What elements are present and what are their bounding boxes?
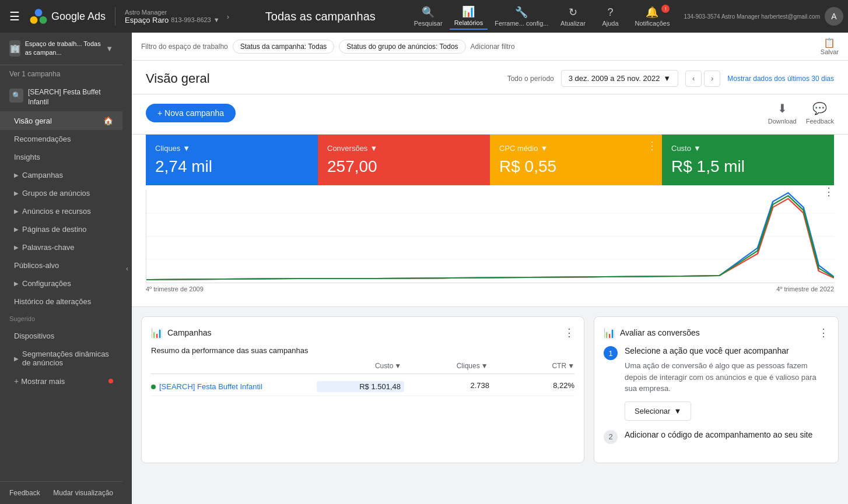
save-btn[interactable]: 📋 Salvar [821, 37, 839, 55]
sidebar-item-dynamic-segments[interactable]: ▶ Segmentações dinâmicas de anúncios [0, 345, 122, 372]
clicks-dropdown-icon[interactable]: ▼ [183, 144, 190, 153]
sidebar-campaign[interactable]: 🔍 [SEARCH] Festa Buffet Infantil [0, 83, 122, 112]
dynamic-arrow-icon: ▶ [14, 355, 19, 362]
sidebar-view-campaign[interactable]: Ver 1 campanha [0, 65, 122, 83]
show-30-days-link[interactable]: Mostrar dados dos últimos 30 dias [727, 75, 834, 83]
history-label: Histórico de alterações [14, 297, 91, 306]
reports-icon: 📊 [462, 5, 475, 18]
campaign-icon: 🔍 [9, 89, 23, 103]
avatar[interactable]: A [825, 7, 843, 26]
step1-number: 1 [604, 346, 618, 360]
conversions-panel-header: 📊 Avaliar as conversões ⋮ [604, 326, 829, 339]
cost-col-label: Custo [375, 362, 393, 370]
sidebar-item-insights[interactable]: Insights [0, 148, 122, 166]
select-action-btn[interactable]: Selecionar ▼ [625, 401, 691, 421]
sidebar-item-overview[interactable]: Visão geral 🏠 [0, 111, 122, 130]
overview-title: Visão geral [146, 71, 210, 86]
insights-label: Insights [14, 153, 40, 161]
clicks-label: Cliques ▼ [155, 144, 309, 153]
sidebar-item-audiences[interactable]: Públicos-alvo [0, 256, 122, 274]
cost-value-text: R$ 1.501,48 [359, 382, 401, 391]
campaign-status-filter[interactable]: Status da campanha: Todas [233, 40, 335, 54]
th-ctr[interactable]: CTR ▼ [493, 362, 574, 370]
download-btn[interactable]: ⬇ Download [768, 101, 797, 125]
conversions-more-icon[interactable]: ⋮ [818, 326, 829, 339]
prev-arrow-btn[interactable]: ‹ [685, 71, 702, 87]
google-ads-logo-icon [29, 7, 48, 26]
th-clicks[interactable]: Cliques ▼ [406, 362, 488, 370]
cpc-value: R$ 0,55 [499, 157, 653, 176]
svg-point-2 [35, 9, 43, 16]
notification-badge: ! [661, 5, 670, 13]
td-campaign-name[interactable]: [SEARCH] Festa Buffet Infantil [151, 381, 312, 392]
sidebar-item-history[interactable]: Histórico de alterações [0, 292, 122, 311]
metric-cpc: CPC médio ▼ R$ 0,55 ⋮ [490, 135, 662, 185]
sidebar-account[interactable]: 🏢 Espaço de trabalh... Todas as campan..… [0, 33, 122, 65]
keywords-arrow-icon: ▶ [14, 244, 19, 251]
refresh-icon: ↻ [569, 6, 577, 19]
sidebar-feedback-btn[interactable]: Feedback [9, 489, 40, 497]
td-cost: R$ 1.501,48 [317, 381, 404, 392]
reports-label: Relatórios [454, 19, 483, 26]
notifications-icon: 🔔 [646, 6, 658, 19]
menu-icon[interactable]: ☰ [5, 5, 24, 28]
campaign-status-dot [151, 385, 156, 389]
account-dropdown-icon[interactable]: ▼ [213, 16, 220, 23]
sidebar-item-ad-groups[interactable]: ▶ Grupos de anúncios [0, 184, 122, 202]
next-arrow-btn[interactable]: › [704, 71, 720, 87]
cost-dropdown-icon[interactable]: ▼ [693, 144, 701, 153]
sidebar-show-more[interactable]: + Mostrar mais [0, 372, 122, 390]
chart-wrapper: ⋮ [146, 190, 834, 292]
feedback-btn[interactable]: 💬 Feedback [806, 101, 834, 125]
notification-dot [108, 379, 113, 383]
nav-actions: 🔍 Pesquisar 📊 Relatórios 🔧 Ferrame... co… [409, 3, 675, 30]
campaign-name-text: [SEARCH] Festa Buffet Infantil [159, 382, 262, 391]
campaigns-panel-title: Campanhas [167, 328, 212, 337]
content-area: Filtro do espaço de trabalho Status da c… [132, 33, 848, 504]
sidebar-item-settings[interactable]: ▶ Configurações [0, 274, 122, 292]
clicks-value: 2,74 mil [155, 157, 309, 176]
nav-notifications-btn[interactable]: 🔔 ! Notificações [630, 3, 674, 29]
metric-cost: Custo ▼ R$ 1,5 mil [662, 135, 834, 185]
ctr-sort-icon: ▼ [567, 362, 574, 370]
section-label: Sugerido [0, 311, 122, 327]
th-cost[interactable]: Custo ▼ [320, 362, 401, 370]
collapse-sidebar-btn[interactable]: ‹ [122, 33, 132, 504]
nav-refresh-btn[interactable]: ↻ Atualizar [555, 3, 590, 29]
workspace-dropdown-icon[interactable]: ▼ [106, 44, 113, 53]
sidebar-change-view-btn[interactable]: Mudar visualização [53, 489, 113, 497]
new-campaign-btn[interactable]: + Nova campanha [146, 104, 236, 122]
nav-reports-btn[interactable]: 📊 Relatórios [450, 3, 488, 30]
account-right-info: 134-903-3574 Astro Manager harbertest@gm… [684, 13, 820, 20]
campaigns-more-icon[interactable]: ⋮ [564, 326, 574, 339]
clicks-sort-icon: ▼ [481, 362, 488, 370]
settings-label: Configurações [22, 279, 71, 288]
sidebar-item-landing-pages[interactable]: ▶ Páginas de destino [0, 220, 122, 238]
search-label: Pesquisar [414, 20, 443, 27]
nav-divider [115, 7, 115, 26]
sidebar-item-recommendations[interactable]: Recomendações [0, 130, 122, 148]
nav-tools-btn[interactable]: 🔧 Ferrame... config... [490, 3, 553, 29]
sidebar-item-devices[interactable]: Dispositivos [0, 327, 122, 345]
breadcrumb-arrow-icon: › [227, 12, 229, 21]
nav-arrows: ‹ › [685, 71, 720, 87]
filter-bar: Filtro do espaço de trabalho Status da c… [132, 33, 848, 61]
google-ads-text: Google Ads [51, 10, 106, 23]
date-range-btn[interactable]: 3 dez. 2009 a 25 nov. 2022 ▼ [561, 70, 678, 87]
action-buttons: + Nova campanha ⬇ Download 💬 Feedback [132, 94, 848, 135]
chart-labels: 4º trimestre de 2009 4º trimestre de 202… [146, 286, 834, 292]
nav-search-btn[interactable]: 🔍 Pesquisar [409, 3, 447, 29]
sidebar-item-ads-resources[interactable]: ▶ Anúncios e recursos [0, 202, 122, 220]
account-parent: Astro Manager [125, 9, 220, 16]
help-label: Ajuda [602, 20, 618, 27]
cpc-more-icon[interactable]: ⋮ [647, 139, 657, 152]
account-id: 813-993-8623 [171, 16, 211, 23]
download-icon: ⬇ [777, 101, 787, 115]
add-filter-btn[interactable]: Adicionar filtro [471, 43, 515, 51]
sidebar-item-campaigns[interactable]: ▶ Campanhas [0, 166, 122, 184]
ad-group-status-filter[interactable]: Status do grupo de anúncios: Todos [339, 40, 465, 54]
nav-help-btn[interactable]: ? Ajuda [593, 4, 628, 29]
sidebar-item-keywords[interactable]: ▶ Palavras-chave [0, 238, 122, 256]
cpc-dropdown-icon[interactable]: ▼ [540, 144, 548, 153]
conversions-dropdown-icon[interactable]: ▼ [370, 144, 377, 153]
